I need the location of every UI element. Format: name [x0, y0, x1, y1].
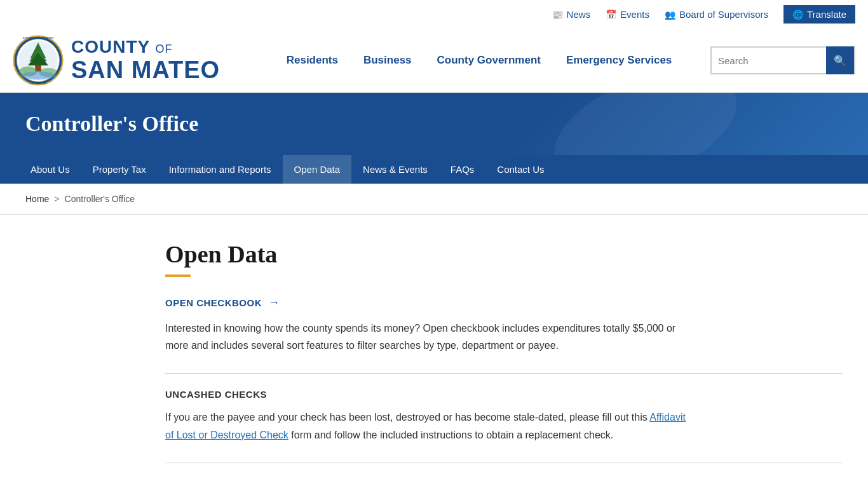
open-checkbook-link[interactable]: OPEN CHECKBOOK →: [165, 296, 843, 309]
svg-point-9: [20, 72, 56, 80]
subnav-faqs[interactable]: FAQs: [439, 155, 486, 184]
main-header: CALIFORNIA COUNTY OF SAN MATEO COUNTY OF…: [0, 29, 868, 93]
subnav-about-us[interactable]: About Us: [19, 155, 81, 184]
uncashed-checks-title: UNCASHED CHECKS: [165, 389, 843, 400]
subnav-open-data[interactable]: Open Data: [283, 155, 352, 184]
uncashed-checks-text: If you are the payee and your check has …: [165, 409, 686, 443]
subnav-contact-us[interactable]: Contact Us: [485, 155, 555, 184]
logo-county: COUNTY OF: [71, 37, 220, 57]
uncashed-checks-text-before: If you are the payee and your check has …: [165, 412, 649, 423]
section-divider-2: [165, 463, 843, 463]
main-content: Open Data OPEN CHECKBOOK → Interested in…: [0, 215, 868, 488]
breadcrumb: Home > Controller's Office: [0, 184, 868, 215]
events-link[interactable]: Events: [606, 9, 649, 20]
logo-area[interactable]: CALIFORNIA COUNTY OF SAN MATEO COUNTY OF…: [13, 29, 248, 92]
search-icon: [834, 54, 846, 67]
section-divider-1: [165, 373, 843, 374]
board-link[interactable]: Board of Supervisors: [665, 9, 768, 20]
translate-icon: [792, 9, 803, 20]
nav-county-government[interactable]: County Government: [424, 54, 553, 67]
board-icon: [665, 9, 675, 20]
news-icon: [552, 9, 563, 20]
open-checkbook-description: Interested in knowing how the county spe…: [165, 320, 686, 354]
page-title: Open Data: [165, 240, 843, 268]
logo-san-mateo: SAN MATEO: [71, 57, 220, 84]
svg-text:CALIFORNIA: CALIFORNIA: [31, 81, 46, 85]
search-button[interactable]: [826, 46, 854, 74]
logo-text: COUNTY OF SAN MATEO: [71, 37, 220, 84]
uncashed-checks-text-after: form and follow the included instruction…: [288, 430, 613, 440]
arrow-icon: →: [268, 296, 280, 309]
section-header-banner: Controller's Office: [0, 93, 868, 155]
search-input[interactable]: [712, 48, 826, 73]
news-link[interactable]: News: [552, 9, 591, 20]
breadcrumb-separator: >: [54, 194, 59, 204]
breadcrumb-home[interactable]: Home: [25, 194, 49, 204]
county-seal: CALIFORNIA COUNTY OF SAN MATEO: [13, 35, 64, 86]
title-underline: [165, 274, 191, 277]
open-checkbook-label: OPEN CHECKBOOK: [165, 297, 262, 308]
translate-button[interactable]: Translate: [783, 5, 855, 24]
top-bar: News Events Board of Supervisors Transla…: [0, 0, 868, 29]
news-label: News: [567, 9, 591, 20]
search-container: [710, 46, 855, 74]
breadcrumb-current: Controller's Office: [65, 194, 135, 204]
events-label: Events: [620, 9, 649, 20]
subnav-property-tax[interactable]: Property Tax: [81, 155, 158, 184]
nav-emergency-services[interactable]: Emergency Services: [553, 54, 684, 67]
main-navigation: Residents Business County Government Eme…: [248, 54, 710, 67]
board-label: Board of Supervisors: [679, 9, 768, 20]
sub-navigation: About Us Property Tax Information and Re…: [0, 155, 868, 184]
nav-business[interactable]: Business: [351, 54, 424, 67]
section-title: Controller's Office: [25, 112, 198, 136]
logo-of: OF: [156, 43, 173, 55]
svg-text:COUNTY OF SAN MATEO: COUNTY OF SAN MATEO: [23, 36, 53, 39]
subnav-news-events[interactable]: News & Events: [351, 155, 439, 184]
subnav-information-reports[interactable]: Information and Reports: [158, 155, 283, 184]
nav-residents[interactable]: Residents: [274, 54, 351, 67]
translate-label: Translate: [807, 9, 846, 20]
events-icon: [606, 9, 616, 20]
